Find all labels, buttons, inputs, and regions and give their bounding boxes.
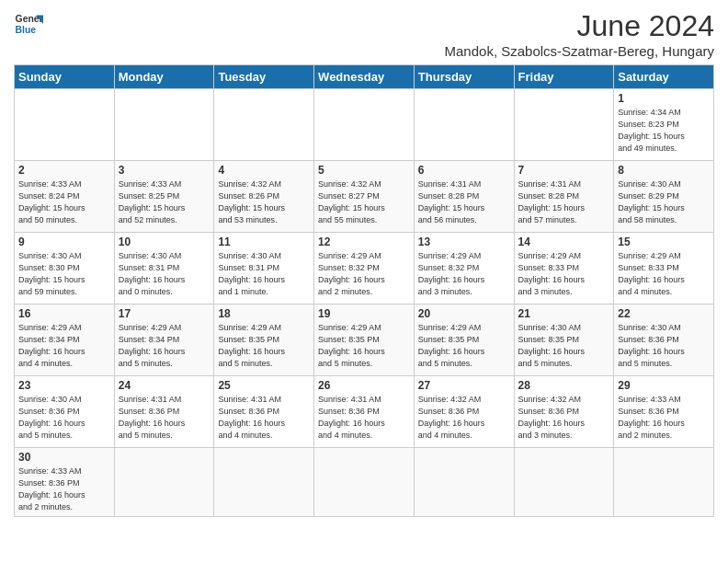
day-number: 16 xyxy=(18,307,110,320)
calendar-cell xyxy=(314,448,415,517)
day-info: Sunrise: 4:33 AM Sunset: 8:36 PM Dayligh… xyxy=(618,394,710,442)
calendar-cell: 11Sunrise: 4:30 AM Sunset: 8:31 PM Dayli… xyxy=(214,233,314,304)
day-number: 19 xyxy=(318,307,410,320)
day-header-sunday: Sunday xyxy=(15,65,115,89)
calendar-cell: 18Sunrise: 4:29 AM Sunset: 8:35 PM Dayli… xyxy=(214,304,314,376)
location-title: Mandok, Szabolcs-Szatmar-Bereg, Hungary xyxy=(445,43,714,59)
day-info: Sunrise: 4:29 AM Sunset: 8:34 PM Dayligh… xyxy=(119,322,210,370)
calendar-cell xyxy=(614,448,714,517)
calendar-cell: 24Sunrise: 4:31 AM Sunset: 8:36 PM Dayli… xyxy=(114,376,214,448)
calendar-week-3: 9Sunrise: 4:30 AM Sunset: 8:30 PM Daylig… xyxy=(15,233,714,304)
calendar-cell xyxy=(514,448,614,517)
calendar-cell: 22Sunrise: 4:30 AM Sunset: 8:36 PM Dayli… xyxy=(614,304,714,376)
calendar-cell xyxy=(15,89,115,161)
calendar-week-6: 30Sunrise: 4:33 AM Sunset: 8:36 PM Dayli… xyxy=(15,448,714,517)
day-info: Sunrise: 4:31 AM Sunset: 8:36 PM Dayligh… xyxy=(218,394,310,442)
calendar-cell xyxy=(314,89,415,161)
day-info: Sunrise: 4:29 AM Sunset: 8:35 PM Dayligh… xyxy=(218,322,310,370)
calendar-cell: 25Sunrise: 4:31 AM Sunset: 8:36 PM Dayli… xyxy=(214,376,314,448)
day-header-wednesday: Wednesday xyxy=(314,65,415,89)
calendar-cell: 10Sunrise: 4:30 AM Sunset: 8:31 PM Dayli… xyxy=(114,233,214,304)
day-info: Sunrise: 4:32 AM Sunset: 8:26 PM Dayligh… xyxy=(218,178,310,226)
day-number: 6 xyxy=(418,164,510,177)
calendar-cell: 26Sunrise: 4:31 AM Sunset: 8:36 PM Dayli… xyxy=(314,376,415,448)
day-info: Sunrise: 4:30 AM Sunset: 8:31 PM Dayligh… xyxy=(218,250,310,298)
calendar-cell: 5Sunrise: 4:32 AM Sunset: 8:27 PM Daylig… xyxy=(314,161,415,233)
day-number: 29 xyxy=(618,379,710,392)
day-info: Sunrise: 4:32 AM Sunset: 8:36 PM Dayligh… xyxy=(418,394,510,442)
day-number: 21 xyxy=(518,307,610,320)
day-info: Sunrise: 4:29 AM Sunset: 8:32 PM Dayligh… xyxy=(418,250,510,298)
day-info: Sunrise: 4:29 AM Sunset: 8:35 PM Dayligh… xyxy=(418,322,510,370)
calendar-body: 1Sunrise: 4:34 AM Sunset: 8:23 PM Daylig… xyxy=(15,89,714,517)
calendar-cell: 27Sunrise: 4:32 AM Sunset: 8:36 PM Dayli… xyxy=(414,376,514,448)
calendar-week-5: 23Sunrise: 4:30 AM Sunset: 8:36 PM Dayli… xyxy=(15,376,714,448)
day-number: 1 xyxy=(618,92,710,105)
day-info: Sunrise: 4:30 AM Sunset: 8:29 PM Dayligh… xyxy=(618,178,710,226)
calendar-cell xyxy=(514,89,614,161)
logo: General Blue xyxy=(14,9,43,39)
svg-text:Blue: Blue xyxy=(16,25,37,35)
day-number: 20 xyxy=(418,307,510,320)
day-header-tuesday: Tuesday xyxy=(214,65,314,89)
calendar-cell: 3Sunrise: 4:33 AM Sunset: 8:25 PM Daylig… xyxy=(114,161,214,233)
day-number: 24 xyxy=(119,379,210,392)
calendar-cell xyxy=(414,89,514,161)
day-info: Sunrise: 4:30 AM Sunset: 8:36 PM Dayligh… xyxy=(618,322,710,370)
calendar-cell: 7Sunrise: 4:31 AM Sunset: 8:28 PM Daylig… xyxy=(514,161,614,233)
calendar-cell xyxy=(214,448,314,517)
calendar-cell: 4Sunrise: 4:32 AM Sunset: 8:26 PM Daylig… xyxy=(214,161,314,233)
calendar-cell: 19Sunrise: 4:29 AM Sunset: 8:35 PM Dayli… xyxy=(314,304,415,376)
title-area: June 2024 Mandok, Szabolcs-Szatmar-Bereg… xyxy=(445,9,714,59)
calendar-cell: 6Sunrise: 4:31 AM Sunset: 8:28 PM Daylig… xyxy=(414,161,514,233)
day-number: 23 xyxy=(18,379,110,392)
day-number: 18 xyxy=(218,307,310,320)
day-info: Sunrise: 4:32 AM Sunset: 8:36 PM Dayligh… xyxy=(518,394,610,442)
calendar-cell: 21Sunrise: 4:30 AM Sunset: 8:35 PM Dayli… xyxy=(514,304,614,376)
calendar-cell: 13Sunrise: 4:29 AM Sunset: 8:32 PM Dayli… xyxy=(414,233,514,304)
day-number: 9 xyxy=(18,236,110,248)
day-info: Sunrise: 4:30 AM Sunset: 8:31 PM Dayligh… xyxy=(119,250,210,298)
calendar-table: SundayMondayTuesdayWednesdayThursdayFrid… xyxy=(14,64,714,517)
day-info: Sunrise: 4:30 AM Sunset: 8:35 PM Dayligh… xyxy=(518,322,610,370)
day-number: 28 xyxy=(518,379,610,392)
calendar-cell: 14Sunrise: 4:29 AM Sunset: 8:33 PM Dayli… xyxy=(514,233,614,304)
day-number: 17 xyxy=(119,307,210,320)
calendar-cell: 23Sunrise: 4:30 AM Sunset: 8:36 PM Dayli… xyxy=(15,376,115,448)
day-number: 25 xyxy=(218,379,310,392)
calendar-cell: 15Sunrise: 4:29 AM Sunset: 8:33 PM Dayli… xyxy=(614,233,714,304)
calendar-cell: 9Sunrise: 4:30 AM Sunset: 8:30 PM Daylig… xyxy=(15,233,115,304)
day-number: 12 xyxy=(318,236,410,248)
calendar-week-1: 1Sunrise: 4:34 AM Sunset: 8:23 PM Daylig… xyxy=(15,89,714,161)
calendar-cell xyxy=(414,448,514,517)
day-info: Sunrise: 4:30 AM Sunset: 8:36 PM Dayligh… xyxy=(18,394,110,442)
day-info: Sunrise: 4:30 AM Sunset: 8:30 PM Dayligh… xyxy=(18,250,110,298)
calendar-cell: 16Sunrise: 4:29 AM Sunset: 8:34 PM Dayli… xyxy=(15,304,115,376)
day-header-thursday: Thursday xyxy=(414,65,514,89)
day-info: Sunrise: 4:31 AM Sunset: 8:28 PM Dayligh… xyxy=(518,178,610,226)
day-info: Sunrise: 4:29 AM Sunset: 8:35 PM Dayligh… xyxy=(318,322,410,370)
calendar-cell: 28Sunrise: 4:32 AM Sunset: 8:36 PM Dayli… xyxy=(514,376,614,448)
day-header-friday: Friday xyxy=(514,65,614,89)
day-number: 26 xyxy=(318,379,410,392)
day-info: Sunrise: 4:31 AM Sunset: 8:36 PM Dayligh… xyxy=(318,394,410,442)
calendar-cell: 8Sunrise: 4:30 AM Sunset: 8:29 PM Daylig… xyxy=(614,161,714,233)
day-number: 3 xyxy=(119,164,210,177)
day-number: 2 xyxy=(18,164,110,177)
calendar-cell: 17Sunrise: 4:29 AM Sunset: 8:34 PM Dayli… xyxy=(114,304,214,376)
day-number: 22 xyxy=(618,307,710,320)
calendar-cell: 20Sunrise: 4:29 AM Sunset: 8:35 PM Dayli… xyxy=(414,304,514,376)
day-number: 15 xyxy=(618,236,710,248)
day-info: Sunrise: 4:29 AM Sunset: 8:34 PM Dayligh… xyxy=(18,322,110,370)
calendar-week-4: 16Sunrise: 4:29 AM Sunset: 8:34 PM Dayli… xyxy=(15,304,714,376)
calendar-cell: 12Sunrise: 4:29 AM Sunset: 8:32 PM Dayli… xyxy=(314,233,415,304)
day-info: Sunrise: 4:29 AM Sunset: 8:33 PM Dayligh… xyxy=(518,250,610,298)
calendar-cell xyxy=(114,448,214,517)
day-info: Sunrise: 4:31 AM Sunset: 8:36 PM Dayligh… xyxy=(119,394,210,442)
day-number: 30 xyxy=(18,451,110,464)
month-title: June 2024 xyxy=(445,9,714,43)
calendar-cell xyxy=(114,89,214,161)
day-number: 27 xyxy=(418,379,510,392)
calendar-cell: 2Sunrise: 4:33 AM Sunset: 8:24 PM Daylig… xyxy=(15,161,115,233)
day-number: 8 xyxy=(618,164,710,177)
